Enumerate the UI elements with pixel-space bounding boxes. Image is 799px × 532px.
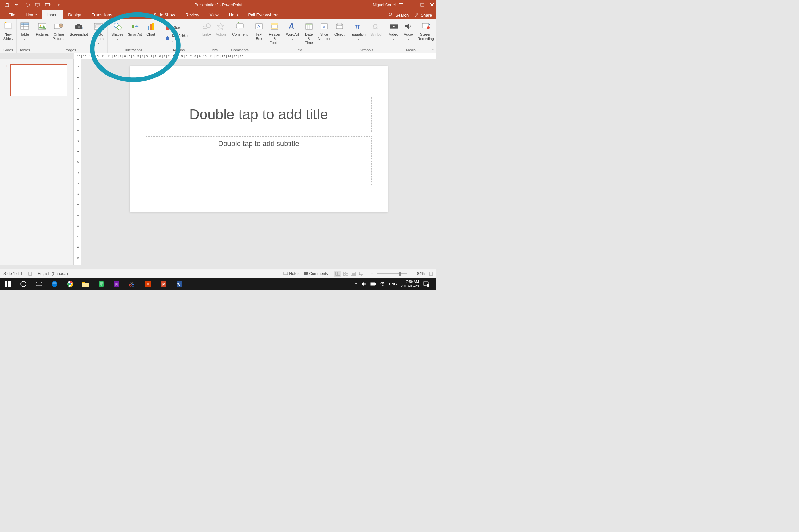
- table-button[interactable]: Table: [18, 20, 32, 47]
- slide[interactable]: Double tap to add title Double tap to ad…: [130, 66, 388, 212]
- slidenumber-button[interactable]: # Slide Number: [316, 20, 332, 47]
- language-status[interactable]: English (Canada): [38, 271, 68, 276]
- store-button[interactable]: Store: [163, 24, 195, 32]
- slideshow-view-icon[interactable]: [358, 271, 365, 277]
- save-icon[interactable]: [4, 2, 10, 8]
- action-button[interactable]: Action: [214, 20, 228, 47]
- smartart-button[interactable]: SmartArt: [127, 20, 143, 47]
- svg-text:A: A: [288, 22, 294, 31]
- datetime-button[interactable]: Date & Time: [302, 20, 316, 47]
- zoom-level[interactable]: 84%: [417, 271, 425, 276]
- normal-view-icon[interactable]: [334, 271, 341, 277]
- tab-transitions[interactable]: Transitions: [87, 11, 117, 19]
- my-addins-button[interactable]: My Add-ins: [163, 33, 195, 44]
- snipping-tool-taskbar-icon[interactable]: [125, 278, 140, 290]
- minimize-icon[interactable]: [411, 3, 414, 7]
- tab-review[interactable]: Review: [180, 11, 204, 19]
- slide-canvas-area[interactable]: Double tap to add title Double tap to ad…: [81, 59, 436, 265]
- header-footer-button[interactable]: Header & Footer: [267, 20, 283, 47]
- shapes-button[interactable]: Shapes: [109, 20, 126, 47]
- symbol-button[interactable]: Ω Symbol: [369, 20, 384, 47]
- slide-sorter-view-icon[interactable]: [342, 271, 349, 277]
- svg-rect-95: [147, 283, 149, 285]
- comment-button[interactable]: + Comment: [231, 20, 249, 47]
- accessibility-icon[interactable]: [28, 271, 33, 276]
- edge-taskbar-icon[interactable]: [47, 278, 62, 290]
- new-slide-button[interactable]: ✦ New Slide: [1, 20, 15, 47]
- equation-button[interactable]: π Equation: [349, 20, 368, 47]
- group-label-addins: Add-ins: [161, 47, 197, 53]
- tab-view[interactable]: View: [204, 11, 224, 19]
- tab-help[interactable]: Help: [224, 11, 243, 19]
- word-taskbar-icon[interactable]: W: [171, 278, 187, 290]
- svg-point-9: [389, 13, 392, 16]
- textbox-button[interactable]: A Text Box: [252, 20, 266, 47]
- zoom-slider[interactable]: [378, 273, 407, 274]
- collapse-ribbon-icon[interactable]: ⌃: [431, 48, 434, 52]
- view-buttons: [332, 271, 367, 277]
- powerpoint-taskbar-icon[interactable]: P: [156, 278, 171, 290]
- qat-customize-icon[interactable]: ▾: [56, 2, 62, 8]
- tray-chevron-up-icon[interactable]: ⌃: [355, 282, 357, 286]
- zoom-out-icon[interactable]: −: [371, 271, 374, 276]
- tab-design[interactable]: Design: [63, 11, 86, 19]
- cortana-button[interactable]: [16, 278, 31, 290]
- screen-recording-button[interactable]: + Screen Recording: [416, 20, 435, 47]
- notes-button[interactable]: Notes: [283, 271, 299, 276]
- evernote-taskbar-icon[interactable]: [93, 278, 109, 290]
- account-name[interactable]: Miguel Cortel: [373, 3, 396, 7]
- svg-text:#: #: [323, 24, 325, 29]
- tab-polleverywhere[interactable]: Poll Everywhere: [243, 11, 284, 19]
- svg-rect-69: [343, 274, 345, 275]
- file-explorer-taskbar-icon[interactable]: [78, 278, 93, 290]
- chrome-taskbar-icon[interactable]: [62, 278, 78, 290]
- window-title: Presentation2 - PowerPoint: [194, 3, 242, 7]
- zoom-in-icon[interactable]: +: [411, 271, 413, 276]
- redo-icon[interactable]: [25, 2, 31, 8]
- audio-icon: [403, 21, 414, 32]
- slide-thumbnail[interactable]: [10, 64, 67, 96]
- screenshot-button[interactable]: + Screenshot: [68, 20, 90, 47]
- app-taskbar-icon-1[interactable]: [140, 278, 156, 290]
- subtitle-placeholder[interactable]: Double tap to add subtitle: [146, 136, 371, 185]
- tray-language[interactable]: ENG: [389, 282, 397, 286]
- tab-insert[interactable]: Insert: [42, 11, 63, 19]
- video-button[interactable]: Video: [386, 20, 400, 47]
- fit-slide-icon[interactable]: [429, 271, 433, 276]
- tray-battery-icon[interactable]: [370, 282, 376, 286]
- tray-wifi-icon[interactable]: [380, 282, 385, 286]
- shapes-icon: [112, 21, 123, 32]
- object-button[interactable]: Object: [333, 20, 346, 47]
- link-button[interactable]: Link: [200, 20, 213, 47]
- close-icon[interactable]: [430, 3, 434, 7]
- photo-album-button[interactable]: Photo Album: [91, 20, 106, 47]
- start-button[interactable]: [0, 278, 16, 290]
- qat-dropdown-icon[interactable]: [46, 2, 51, 8]
- tab-animations[interactable]: Animations: [117, 11, 149, 19]
- chart-button[interactable]: Chart: [144, 20, 158, 47]
- maximize-icon[interactable]: [420, 3, 424, 7]
- pictures-button[interactable]: Pictures: [34, 20, 50, 47]
- tray-clock[interactable]: 7:59 AM 2018-05-29: [401, 280, 419, 288]
- show-desktop-button[interactable]: [433, 278, 435, 290]
- undo-icon[interactable]: [14, 2, 20, 8]
- share-button[interactable]: Share: [414, 13, 432, 18]
- task-view-button[interactable]: [31, 278, 47, 290]
- tab-home[interactable]: Home: [20, 11, 42, 19]
- title-placeholder[interactable]: Double tap to add title: [146, 97, 371, 132]
- audio-button[interactable]: Audio: [401, 20, 416, 47]
- tray-action-center-icon[interactable]: 7: [423, 281, 429, 287]
- tell-me-search[interactable]: Search: [388, 12, 408, 18]
- video-icon: [388, 21, 399, 32]
- wordart-button[interactable]: A WordArt: [284, 20, 302, 47]
- start-from-beginning-icon[interactable]: [35, 2, 41, 8]
- ribbon-display-options-icon[interactable]: [399, 3, 403, 7]
- tray-volume-icon[interactable]: [361, 282, 366, 286]
- tab-slideshow[interactable]: Slide Show: [149, 11, 180, 19]
- comments-button[interactable]: Comments: [304, 271, 328, 276]
- slide-panel[interactable]: 1: [0, 59, 74, 265]
- tab-file[interactable]: File: [3, 11, 20, 19]
- online-pictures-button[interactable]: Online Pictures: [51, 20, 67, 47]
- onenote-taskbar-icon[interactable]: N: [109, 278, 125, 290]
- reading-view-icon[interactable]: [350, 271, 357, 277]
